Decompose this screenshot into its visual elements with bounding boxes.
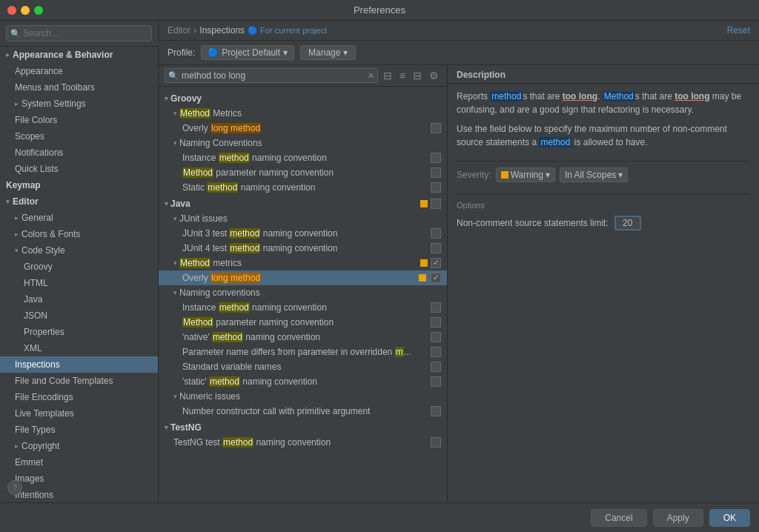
- sidebar-item-colors-fonts[interactable]: ▸Colors & Fonts: [0, 226, 158, 242]
- sidebar-search-input[interactable]: [6, 25, 152, 41]
- severity-section: Severity: Warning ▾ In All Scopes ▾: [448, 162, 759, 194]
- options-field-input[interactable]: [614, 216, 641, 230]
- sidebar-item-quick-lists[interactable]: Quick Lists: [0, 161, 158, 177]
- sidebar-item-images[interactable]: Images: [0, 471, 158, 487]
- description-pane: Description Reports methods that are too…: [448, 65, 759, 502]
- insp-check-g2[interactable]: [431, 167, 441, 178]
- insp-check-groovy-overly[interactable]: [431, 123, 441, 133]
- close-button[interactable]: [7, 6, 16, 15]
- insp-java-method-metrics[interactable]: ▾ Method metrics ✓: [159, 256, 447, 270]
- sidebar-item-html[interactable]: HTML: [0, 275, 158, 291]
- sidebar-item-menus-toolbars[interactable]: Menus and Toolbars: [0, 79, 158, 96]
- insp-check-java[interactable]: [431, 199, 441, 209]
- sidebar-item-groovy[interactable]: Groovy: [0, 259, 158, 275]
- insp-check-g1[interactable]: [431, 153, 441, 163]
- insp-testng-header[interactable]: ▾ TestNG: [159, 419, 447, 435]
- insp-java-instance-method[interactable]: Instance method naming convention: [159, 300, 447, 315]
- insp-junit3[interactable]: JUnit 3 test method naming convention: [159, 226, 447, 241]
- cancel-button[interactable]: Cancel: [591, 509, 646, 527]
- severity-dropdown[interactable]: Warning ▾: [496, 167, 555, 182]
- insp-check-overly[interactable]: ✓: [431, 273, 441, 283]
- sidebar-item-appearance[interactable]: Appearance: [0, 63, 158, 79]
- sidebar-item-live-templates[interactable]: Live Templates: [0, 405, 158, 422]
- insp-java-numeric-issues[interactable]: ▾ Numeric issues: [159, 389, 447, 404]
- filter-settings-button[interactable]: ⚙: [427, 68, 441, 83]
- insp-check-jn1[interactable]: [431, 302, 441, 313]
- insp-check-java-metrics[interactable]: ✓: [431, 258, 441, 268]
- sidebar-item-json[interactable]: JSON: [0, 307, 158, 324]
- sidebar-item-file-colors[interactable]: File Colors: [0, 112, 158, 128]
- apply-button[interactable]: Apply: [653, 509, 703, 527]
- insp-groovy-naming-conventions[interactable]: ▾ Naming Conventions: [159, 136, 447, 150]
- insp-check-tng1[interactable]: [431, 437, 441, 448]
- sidebar-item-notifications[interactable]: Notifications: [0, 144, 158, 161]
- minimize-button[interactable]: [21, 6, 30, 15]
- filter-funnel-button[interactable]: ⊟: [381, 68, 394, 83]
- sidebar-item-appearance-behavior[interactable]: ▸ Appearance & Behavior: [0, 47, 158, 63]
- severity-value: Warning: [511, 170, 543, 180]
- sidebar-item-file-code-templates[interactable]: File and Code Templates: [0, 373, 158, 389]
- insp-java-static-method[interactable]: 'static' method naming convention: [159, 374, 447, 389]
- sidebar: 🔍 ▸ Appearance & Behavior Appearance Men…: [0, 21, 159, 502]
- breadcrumb-separator: ›: [193, 25, 196, 36]
- sidebar-item-intentions[interactable]: Intentions: [0, 487, 158, 502]
- sidebar-item-editor[interactable]: ▾Editor: [0, 193, 158, 210]
- insp-groovy-header[interactable]: ▾ Groovy: [159, 90, 447, 106]
- sidebar-item-code-style[interactable]: ▾Code Style: [0, 242, 158, 259]
- sidebar-item-file-types[interactable]: File Types: [0, 422, 158, 438]
- insp-check-g3[interactable]: [431, 182, 441, 193]
- help-button[interactable]: ?: [7, 480, 22, 495]
- filter-clear-icon[interactable]: ✕: [368, 71, 374, 81]
- insp-java-header[interactable]: ▾ Java: [159, 195, 447, 211]
- sidebar-item-java[interactable]: Java: [0, 291, 158, 307]
- insp-check-j2[interactable]: [431, 243, 441, 253]
- filter-expand-button[interactable]: ≡: [397, 68, 408, 83]
- insp-java-number-constructor[interactable]: Number constructor call with primitive a…: [159, 404, 447, 419]
- insp-java-naming-conventions[interactable]: ▾ Naming conventions: [159, 285, 447, 300]
- desc-hl-method1: method: [490, 91, 523, 102]
- sidebar-item-keymap[interactable]: Keymap: [0, 177, 158, 193]
- insp-groovy-static-method[interactable]: Static method naming convention: [159, 180, 447, 195]
- insp-java-native-method[interactable]: 'native' method naming convention: [159, 330, 447, 345]
- maximize-button[interactable]: [34, 6, 43, 15]
- window-title: Preferences: [354, 4, 405, 16]
- sidebar-item-emmet[interactable]: Emmet: [0, 454, 158, 471]
- reset-link[interactable]: Reset: [727, 25, 750, 36]
- sidebar-item-properties[interactable]: Properties: [0, 324, 158, 340]
- manage-button[interactable]: Manage ▾: [300, 45, 356, 60]
- description-body: Reports methods that are too long. Metho…: [448, 84, 759, 161]
- filter-collapse-button[interactable]: ⊟: [411, 68, 424, 83]
- insp-java-method-param[interactable]: Method parameter naming convention: [159, 315, 447, 330]
- scope-dropdown[interactable]: In All Scopes ▾: [560, 167, 628, 182]
- sidebar-item-scopes[interactable]: Scopes: [0, 128, 158, 144]
- options-field-label: Non-comment source statements limit:: [457, 218, 609, 228]
- insp-check-jn4[interactable]: [431, 347, 441, 357]
- insp-junit4[interactable]: JUnit 4 test method naming convention: [159, 241, 447, 256]
- sidebar-item-copyright[interactable]: ▸Copyright: [0, 438, 158, 454]
- sidebar-item-inspections[interactable]: Inspections: [0, 356, 158, 373]
- sidebar-item-file-encodings[interactable]: File Encodings: [0, 389, 158, 405]
- insp-testng-method[interactable]: TestNG test method naming convention: [159, 435, 447, 450]
- insp-groovy-instance-method[interactable]: Instance method naming convention: [159, 150, 447, 165]
- sidebar-item-system-settings[interactable]: ▸System Settings: [0, 96, 158, 112]
- insp-check-j1[interactable]: [431, 228, 441, 239]
- ok-button[interactable]: OK: [709, 509, 750, 527]
- insp-groovy-method-metrics[interactable]: ▾ Method Metrics: [159, 106, 447, 121]
- insp-java-overly-long-method[interactable]: Overly long method ✓: [159, 270, 447, 285]
- insp-junit-issues[interactable]: ▾ JUnit issues: [159, 211, 447, 226]
- tree-arrow: ▸: [6, 48, 10, 61]
- sidebar-item-general[interactable]: ▸General: [0, 210, 158, 226]
- desc-hl-method3: method: [539, 137, 571, 147]
- profile-dropdown[interactable]: 🔵 Project Default ▾: [201, 45, 294, 60]
- insp-check-jn6[interactable]: [431, 376, 441, 387]
- insp-check-jn5[interactable]: [431, 362, 441, 372]
- insp-java-param-differs[interactable]: Parameter name differs from parameter in…: [159, 345, 447, 359]
- insp-check-num1[interactable]: [431, 406, 441, 416]
- insp-java-standard-vars[interactable]: Standard variable names: [159, 359, 447, 374]
- filter-input[interactable]: [165, 68, 378, 83]
- sidebar-item-xml[interactable]: XML: [0, 340, 158, 356]
- insp-groovy-overly-long-method[interactable]: Overly long method: [159, 121, 447, 136]
- insp-groovy-method-param[interactable]: Method parameter naming convention: [159, 165, 447, 180]
- insp-check-jn3[interactable]: [431, 332, 441, 342]
- insp-check-jn2[interactable]: [431, 317, 441, 327]
